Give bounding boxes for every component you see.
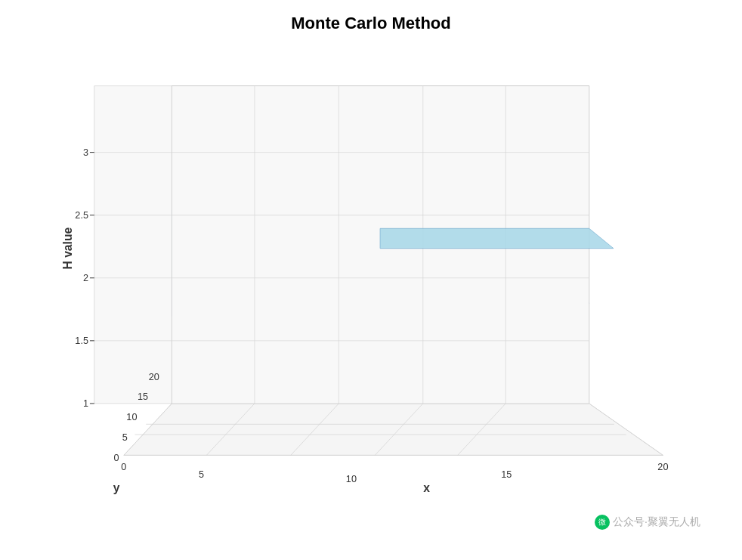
y-tick-15: 15 [138,391,148,402]
y-tick-5: 5 [122,432,128,443]
x-axis-label: x [423,481,430,494]
chart-area: // This will be rendered as SVG inline H… [45,42,719,500]
watermark: 微 公众号·聚翼无人机 [595,515,700,530]
x-tick-15: 15 [501,469,512,480]
svg-marker-415 [94,86,172,404]
y-axis-label: y [113,481,120,494]
watermark-text: 公众号·聚翼无人机 [613,515,700,529]
z-axis-label: H value [61,227,74,270]
chart-title: Monte Carlo Method [0,14,742,33]
z-tick-1-5: 1.5 [75,336,88,346]
y-tick-0: 0 [114,453,119,463]
z-tick-3: 3 [83,147,88,158]
chart-container: Monte Carlo Method [0,0,742,560]
chart-svg: // This will be rendered as SVG inline H… [45,42,719,500]
x-tick-0: 0 [121,462,126,472]
svg-marker-404 [124,404,663,455]
z-tick-1: 1 [83,398,88,409]
watermark-icon: 微 [595,515,610,530]
svg-marker-429 [380,228,614,248]
y-tick-10: 10 [126,412,137,422]
x-tick-20: 20 [657,462,668,472]
z-tick-2-5: 2.5 [75,210,88,221]
x-tick-10: 10 [346,474,357,484]
z-tick-2: 2 [83,273,88,283]
y-tick-20: 20 [149,372,159,382]
x-tick-5: 5 [199,469,204,480]
